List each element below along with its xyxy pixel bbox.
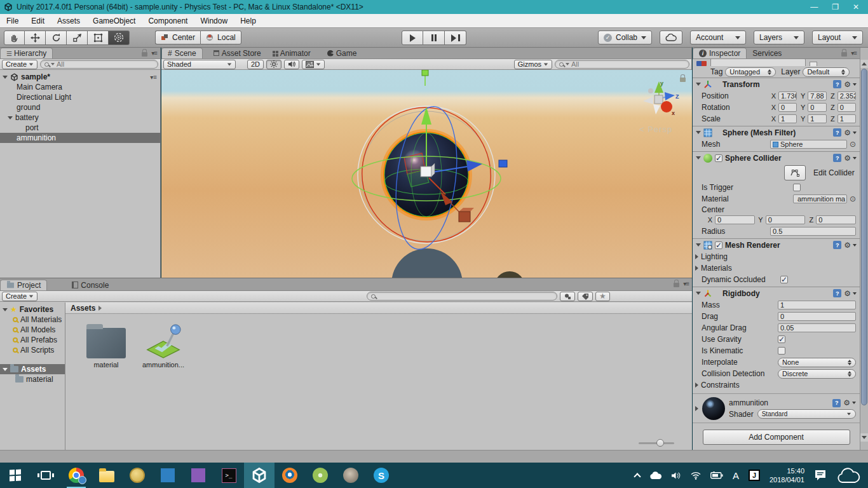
- shader-dropdown[interactable]: Standard: [757, 409, 856, 419]
- scene-audio-button[interactable]: [284, 60, 299, 69]
- tab-console[interactable]: Console: [66, 280, 114, 290]
- component-enabled-checkbox[interactable]: [715, 154, 722, 162]
- object-picker-icon[interactable]: [850, 140, 856, 149]
- foldout-icon[interactable]: [8, 116, 13, 119]
- panel-menu-icon[interactable]: ▾≡: [851, 50, 857, 57]
- menu-component[interactable]: Component: [142, 14, 194, 27]
- tab-asset-store[interactable]: Asset Store: [208, 48, 267, 58]
- materials-foldout[interactable]: Materials: [693, 262, 860, 274]
- maximize-icon[interactable]: ❐: [832, 3, 839, 11]
- scale-tool-button[interactable]: [67, 30, 88, 45]
- help-icon[interactable]: [833, 289, 841, 297]
- move-tool-button[interactable]: [25, 30, 46, 45]
- gear-icon[interactable]: [844, 81, 851, 88]
- favorites-root[interactable]: Favorites: [0, 304, 65, 315]
- foldout-icon[interactable]: [695, 406, 698, 411]
- close-icon[interactable]: ✕: [853, 3, 859, 11]
- orientation-gizmo[interactable]: y Z x: [637, 79, 681, 123]
- tray-expand-icon[interactable]: [634, 473, 641, 480]
- position-y-field[interactable]: 7.88: [808, 92, 826, 100]
- thumbnail-size-slider[interactable]: [639, 439, 674, 447]
- wifi-icon[interactable]: [691, 471, 701, 480]
- menu-edit[interactable]: Edit: [25, 14, 51, 27]
- battery-icon[interactable]: [710, 471, 723, 479]
- breadcrumb-assets[interactable]: Assets: [71, 304, 95, 313]
- tab-inspector[interactable]: i Inspector: [693, 48, 747, 58]
- help-icon[interactable]: [833, 80, 841, 88]
- play-button[interactable]: [402, 30, 423, 45]
- scale-y-field[interactable]: 1: [808, 114, 826, 123]
- toggle-2d-button[interactable]: 2D: [247, 60, 264, 69]
- gear-icon[interactable]: [844, 241, 851, 249]
- rigidbody-header[interactable]: Rigidbody: [693, 287, 860, 299]
- taskbar-atom[interactable]: [122, 463, 153, 488]
- assets-root-row[interactable]: Assets: [0, 364, 65, 374]
- add-component-button[interactable]: Add Component: [703, 430, 850, 445]
- taskbar-visual-studio[interactable]: [183, 463, 214, 488]
- scrollbar-thumb[interactable]: [861, 69, 867, 405]
- rect-tool-button[interactable]: [88, 30, 109, 45]
- taskbar-file-explorer[interactable]: [92, 463, 122, 488]
- start-button[interactable]: [0, 463, 31, 488]
- scale-x-field[interactable]: 1: [778, 114, 797, 123]
- is-kinematic-checkbox[interactable]: [778, 347, 785, 355]
- is-trigger-checkbox[interactable]: [793, 184, 801, 191]
- position-x-field[interactable]: 1.7366: [778, 92, 797, 100]
- hand-tool-button[interactable]: [4, 30, 25, 45]
- assets-material-folder-row[interactable]: material: [0, 374, 65, 384]
- tab-services[interactable]: Services: [747, 48, 787, 58]
- component-enabled-checkbox[interactable]: [715, 241, 722, 249]
- task-view-button[interactable]: [31, 463, 61, 488]
- asset-item-ammunition-prefab[interactable]: ammunition...: [139, 323, 187, 369]
- dynamic-occluded-checkbox[interactable]: [780, 276, 788, 283]
- lock-icon[interactable]: [674, 283, 679, 287]
- scroll-up-button[interactable]: [860, 60, 868, 68]
- volume-icon[interactable]: [672, 471, 681, 480]
- action-center-icon[interactable]: [814, 470, 827, 481]
- collision-detection-dropdown[interactable]: Discrete: [778, 369, 856, 379]
- menu-gameobject[interactable]: GameObject: [86, 14, 142, 27]
- foldout-icon[interactable]: [696, 292, 701, 295]
- ime-mode-badge[interactable]: J: [749, 470, 760, 481]
- hierarchy-create-button[interactable]: Create: [2, 60, 37, 69]
- cloud-button[interactable]: [660, 30, 682, 44]
- scene-viewport[interactable]: y Z x < Persp: [161, 70, 692, 278]
- physic-material-field[interactable]: ammunition ma: [793, 194, 847, 203]
- center-z-field[interactable]: 0: [816, 215, 856, 224]
- position-z-field[interactable]: 2.3520: [837, 92, 856, 100]
- help-icon[interactable]: [832, 399, 841, 407]
- help-icon[interactable]: [833, 128, 841, 137]
- account-dropdown[interactable]: Account: [690, 30, 746, 44]
- interpolate-dropdown[interactable]: None: [778, 358, 856, 367]
- lighting-foldout[interactable]: Lighting: [693, 251, 860, 262]
- menu-help[interactable]: Help: [234, 14, 262, 27]
- gameobject-name-field[interactable]: [710, 59, 806, 66]
- ime-language-indicator[interactable]: A: [733, 470, 739, 481]
- favorites-star-button[interactable]: ★: [595, 292, 610, 301]
- scene-effects-dropdown[interactable]: [302, 60, 325, 69]
- hierarchy-item-main-camera[interactable]: Main Camera: [0, 82, 160, 92]
- favorite-all-models[interactable]: All Models: [0, 325, 65, 335]
- center-x-field[interactable]: 0: [715, 215, 755, 224]
- gear-icon[interactable]: [844, 290, 851, 297]
- taskbar-android-studio[interactable]: [305, 463, 336, 488]
- gear-icon[interactable]: [844, 154, 851, 162]
- step-button[interactable]: [445, 30, 466, 45]
- layers-dropdown[interactable]: Layers: [754, 30, 804, 44]
- draw-mode-dropdown[interactable]: Shaded: [163, 60, 236, 69]
- rotation-z-field[interactable]: 0: [837, 103, 856, 112]
- gizmos-dropdown[interactable]: Gizmos: [514, 60, 552, 69]
- rotation-y-field[interactable]: 0: [808, 103, 826, 112]
- layer-dropdown[interactable]: Default: [803, 67, 850, 77]
- angular-drag-field[interactable]: 0.05: [778, 323, 856, 332]
- help-icon[interactable]: [833, 154, 841, 162]
- taskbar-vscode[interactable]: [153, 463, 183, 488]
- foldout-icon[interactable]: [3, 76, 8, 79]
- hierarchy-item-ground[interactable]: ground: [0, 102, 160, 112]
- gear-icon[interactable]: [844, 129, 851, 137]
- mesh-filter-header[interactable]: Sphere (Mesh Filter): [693, 126, 860, 139]
- panel-menu-icon[interactable]: ▾≡: [683, 280, 689, 287]
- scene-root-row[interactable]: sample* ▾≡: [0, 72, 160, 82]
- object-picker-icon[interactable]: [850, 194, 856, 203]
- taskbar-unity[interactable]: [244, 463, 275, 488]
